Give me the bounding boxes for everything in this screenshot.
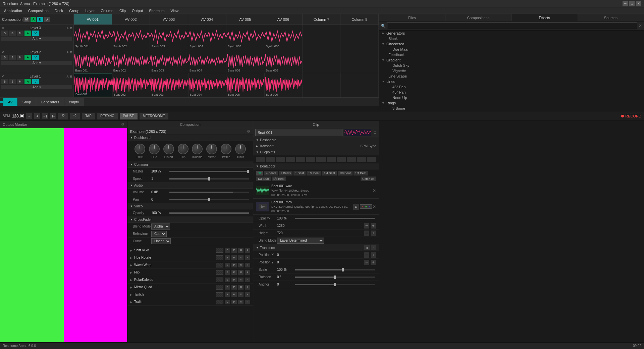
mirror-quad-p-btn[interactable]: P xyxy=(231,285,237,290)
kaleido-knob[interactable] xyxy=(192,144,203,154)
beat-half-btn[interactable]: 1/2 Beat xyxy=(307,171,321,176)
scale-slider[interactable] xyxy=(295,269,375,270)
col-header-8[interactable]: Column 8 xyxy=(340,14,379,24)
clip-bass004[interactable]: Bass 004 xyxy=(188,49,226,73)
menu-column[interactable]: Column xyxy=(98,8,116,13)
twitch-x-btn[interactable]: ✕ xyxy=(238,292,244,297)
clip-beat006[interactable]: Beat 006 xyxy=(265,73,303,97)
menu-application[interactable]: Application xyxy=(1,8,25,13)
beat-catchup-btn[interactable]: Catch up xyxy=(361,177,376,181)
tree-doe-maar[interactable]: Doe Maar xyxy=(379,47,644,52)
resync-btn[interactable]: RESYNC xyxy=(97,113,118,119)
pos-x-plus-btn[interactable]: + xyxy=(371,252,376,258)
track3-v[interactable]: V xyxy=(32,31,39,36)
twitch-p-btn[interactable]: P xyxy=(231,292,237,297)
effect-shift-rgb-toggle[interactable] xyxy=(216,248,223,253)
track3-close[interactable]: ✕ xyxy=(1,26,4,30)
beat-1beat-btn[interactable]: 1 Beat xyxy=(293,171,306,176)
clip-beat004[interactable]: Beat 004 xyxy=(189,73,227,97)
master-slider[interactable] xyxy=(169,171,249,172)
search-clear-button[interactable]: ✕ xyxy=(639,23,642,28)
behaviour-select[interactable]: Cut xyxy=(151,231,167,237)
mirror-quad-b-btn[interactable]: B xyxy=(225,285,230,290)
speed-slider[interactable] xyxy=(169,178,249,180)
cue-7[interactable] xyxy=(316,157,325,162)
clip-beatloopr-header[interactable]: ▼ BeatLoopr xyxy=(253,163,379,169)
track1-m[interactable]: M xyxy=(17,79,23,84)
menu-clip[interactable]: Clip xyxy=(117,8,128,13)
clip-beat003[interactable]: Beat 003 xyxy=(150,73,189,97)
effect-polar-kaleido-toggle[interactable] xyxy=(216,278,223,282)
tree-line-scape[interactable]: Line Scape xyxy=(379,73,644,79)
tree-neon-up[interactable]: Neon Up xyxy=(379,95,644,100)
beat-quarter2-btn[interactable]: 1/4 Beat xyxy=(354,171,368,176)
clip-layer3-empty2[interactable] xyxy=(340,25,379,49)
effect-twitch-toggle[interactable] xyxy=(216,292,223,297)
effect-hue-rotate-toggle[interactable] xyxy=(216,255,223,260)
col-header-1[interactable]: AV 001 xyxy=(74,14,112,24)
track2-s[interactable]: S xyxy=(9,55,16,60)
clip-layer1-empty2[interactable] xyxy=(341,73,379,97)
menu-deck[interactable]: Deck xyxy=(52,8,66,13)
tree-45pan-1[interactable]: 45° Pan xyxy=(379,84,644,90)
track1-s[interactable]: S xyxy=(9,79,16,84)
polar-kaleido-b-btn[interactable]: B xyxy=(225,278,230,282)
metronome-btn[interactable]: METRONOME xyxy=(140,113,168,119)
cue-1[interactable] xyxy=(256,157,265,162)
cue-11[interactable] xyxy=(357,157,366,162)
clip-bass002[interactable]: Bass 002 xyxy=(112,49,150,73)
restore-button[interactable]: □ xyxy=(629,1,635,6)
track3-b[interactable]: B xyxy=(1,31,8,36)
hue-rotate-x-btn[interactable]: ✕ xyxy=(238,255,244,260)
hue-knob[interactable] xyxy=(149,144,160,154)
track3-s[interactable]: S xyxy=(9,31,16,36)
clip-synth001[interactable]: Synth 001 xyxy=(74,25,112,49)
effect-p-btn[interactable]: P xyxy=(231,248,237,253)
beat-sixth-btn[interactable]: 1/6 Beat xyxy=(272,177,286,181)
hue-rotate-p-btn[interactable]: P xyxy=(231,255,237,260)
polar-kaleido-name[interactable]: PolarKaleido xyxy=(134,278,215,282)
menu-view[interactable]: View xyxy=(168,8,181,13)
tree-45pan-2[interactable]: 45° Pan xyxy=(379,90,644,95)
tab-shop[interactable]: Shop xyxy=(17,98,36,106)
track3-m[interactable]: M xyxy=(17,31,23,36)
effect-wave-warp-toggle[interactable] xyxy=(216,263,223,267)
trails-b-btn[interactable]: B xyxy=(225,300,230,304)
track2-add[interactable]: Add ▾ xyxy=(1,61,72,65)
comp-opacity-slider[interactable] xyxy=(169,212,249,214)
tab-files[interactable]: Files xyxy=(379,14,445,21)
polar-kaleido-p-btn[interactable]: P xyxy=(231,278,237,282)
crossfader-section-header[interactable]: ▼ CrossFader xyxy=(127,217,253,223)
pos-x-minus-btn[interactable]: − xyxy=(364,252,369,258)
clip-bass001[interactable]: Bass 001 xyxy=(74,49,112,73)
transform-section-header[interactable]: ▼ Transform R ≡ xyxy=(253,244,379,251)
effect-menu-btn[interactable]: ≡ xyxy=(245,248,250,253)
cue-8[interactable] xyxy=(327,157,336,162)
audio-close-icon[interactable]: ✕ xyxy=(373,188,376,193)
clip-transport-header[interactable]: ▶ Transport BPM Sync xyxy=(253,143,379,149)
video-section-header[interactable]: ▼ Video xyxy=(127,203,253,209)
track1-add[interactable]: Add ▾ xyxy=(1,85,72,89)
tree-generators-header[interactable]: ▶ Generators xyxy=(379,31,644,36)
twitch-menu-btn[interactable]: ≡ xyxy=(245,292,250,297)
tap-btn[interactable]: TAP xyxy=(82,113,95,119)
menu-layer[interactable]: Layer xyxy=(83,8,98,13)
video-expand-btn[interactable]: ⊞ xyxy=(353,204,359,210)
beat-eighth-btn[interactable]: 1/8 Beat xyxy=(338,171,353,176)
effect-shift-rgb-name[interactable]: Shift RGB xyxy=(134,248,215,252)
wave-warp-b-btn[interactable]: B xyxy=(225,263,230,267)
clip-synth004[interactable]: Synth 004 xyxy=(188,25,226,49)
clip-layer3-empty1[interactable] xyxy=(303,25,341,49)
clip-synth005[interactable]: Synth 005 xyxy=(226,25,265,49)
flip-b-btn[interactable]: B xyxy=(225,270,230,275)
tree-3some[interactable]: 3 Some xyxy=(379,106,644,111)
pause-btn[interactable]: PAUSE xyxy=(120,113,138,119)
mirror-quad-menu-btn[interactable]: ≡ xyxy=(245,285,250,290)
height-minus-btn[interactable]: − xyxy=(364,231,369,236)
menu-shortcuts[interactable]: Shortcuts xyxy=(146,8,167,13)
wave-warp-p-btn[interactable]: P xyxy=(231,263,237,267)
track1-a[interactable]: A xyxy=(24,79,31,84)
tab-compositions[interactable]: Compositions xyxy=(445,14,512,21)
tab-sources[interactable]: Sources xyxy=(578,14,644,21)
cue-3[interactable] xyxy=(276,157,285,162)
